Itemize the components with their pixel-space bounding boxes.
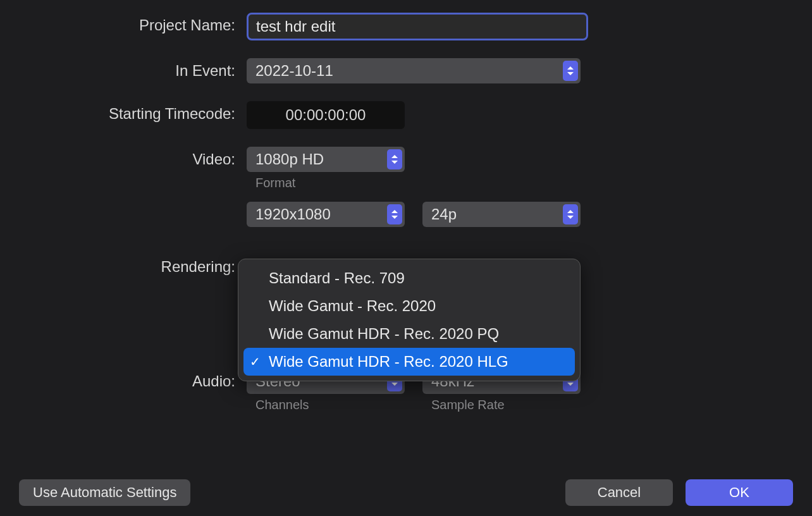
- option-label: Standard - Rec. 709: [269, 269, 405, 287]
- row-resolution-rate: 1920x1080 Resolution 24p Rate: [0, 202, 812, 245]
- button-label: Use Automatic Settings: [33, 484, 176, 501]
- video-format-value: 1080p HD: [255, 150, 324, 168]
- button-label: Cancel: [598, 484, 641, 501]
- row-video: Video: 1080p HD Format: [0, 147, 812, 190]
- starting-timecode-value: 00:00:00:00: [286, 106, 366, 124]
- video-rate-select[interactable]: 24p: [422, 202, 581, 227]
- label-starting-timecode: Starting Timecode:: [0, 101, 247, 123]
- video-resolution-value: 1920x1080: [255, 206, 331, 223]
- checkmark-icon: ✓: [250, 354, 261, 369]
- button-label: OK: [729, 484, 749, 501]
- audio-channels-sublabel: Channels: [247, 398, 405, 412]
- chevron-updown-icon: [563, 61, 578, 81]
- color-space-option-0[interactable]: Standard - Rec. 709: [243, 264, 575, 292]
- video-format-sublabel: Format: [247, 176, 405, 190]
- dialog-footer: Use Automatic Settings Cancel OK: [0, 479, 812, 506]
- color-space-option-3[interactable]: ✓ Wide Gamut HDR - Rec. 2020 HLG: [243, 348, 575, 376]
- label-project-name: Project Name:: [0, 13, 247, 34]
- row-in-event: In Event: 2022-10-11: [0, 58, 812, 83]
- chevron-updown-icon: [387, 149, 402, 169]
- video-format-select[interactable]: 1080p HD: [247, 147, 405, 172]
- cancel-button[interactable]: Cancel: [565, 479, 673, 506]
- row-starting-timecode: Starting Timecode: 00:00:00:00: [0, 101, 812, 129]
- color-space-option-1[interactable]: Wide Gamut - Rec. 2020: [243, 292, 575, 320]
- in-event-value: 2022-10-11: [255, 62, 333, 80]
- video-resolution-select[interactable]: 1920x1080: [247, 202, 405, 227]
- label-in-event: In Event:: [0, 58, 247, 80]
- project-name-input[interactable]: [247, 13, 588, 40]
- option-label: Wide Gamut HDR - Rec. 2020 HLG: [269, 353, 508, 371]
- option-label: Wide Gamut - Rec. 2020: [269, 297, 436, 315]
- label-rendering: Rendering:: [0, 254, 247, 276]
- starting-timecode-input[interactable]: 00:00:00:00: [247, 101, 405, 129]
- color-space-dropdown[interactable]: Standard - Rec. 709 Wide Gamut - Rec. 20…: [238, 259, 581, 381]
- chevron-updown-icon: [563, 204, 578, 224]
- label-audio: Audio:: [0, 369, 247, 390]
- label-video: Video:: [0, 147, 247, 168]
- video-rate-value: 24p: [431, 206, 457, 223]
- color-space-option-2[interactable]: Wide Gamut HDR - Rec. 2020 PQ: [243, 320, 575, 348]
- use-automatic-settings-button[interactable]: Use Automatic Settings: [19, 479, 190, 506]
- audio-samplerate-sublabel: Sample Rate: [422, 398, 581, 412]
- ok-button[interactable]: OK: [686, 479, 793, 506]
- chevron-updown-icon: [387, 204, 402, 224]
- in-event-select[interactable]: 2022-10-11: [247, 58, 581, 83]
- row-project-name: Project Name:: [0, 13, 812, 40]
- option-label: Wide Gamut HDR - Rec. 2020 PQ: [269, 325, 499, 343]
